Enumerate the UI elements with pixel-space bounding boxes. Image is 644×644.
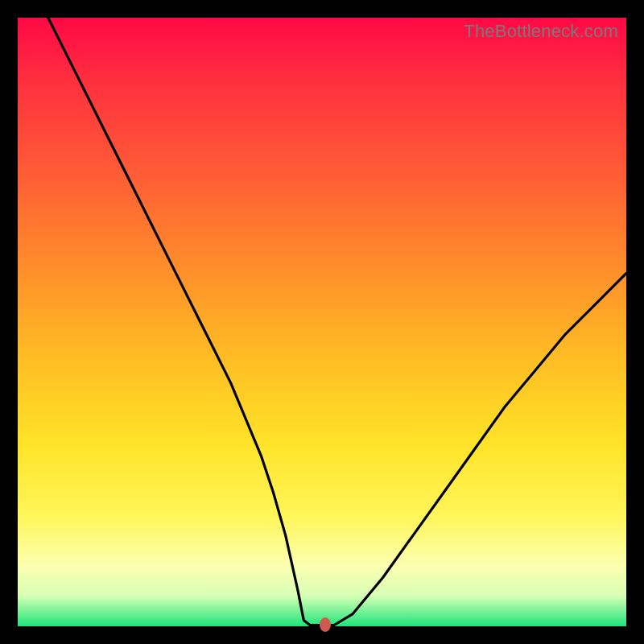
optimal-point-marker <box>320 617 331 632</box>
bottleneck-curve <box>18 18 626 626</box>
chart-frame: TheBottleneck.com <box>0 0 644 644</box>
plot-area: TheBottleneck.com <box>18 18 626 626</box>
